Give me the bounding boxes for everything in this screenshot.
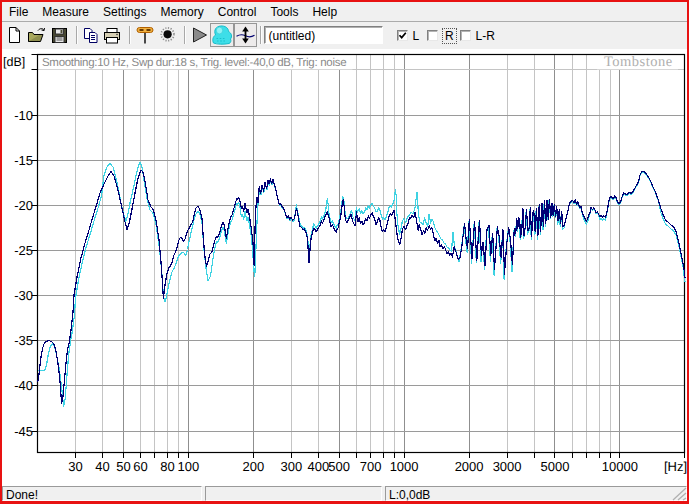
svg-text:Smoothing:10 Hz, Swp dur:18 s,: Smoothing:10 Hz, Swp dur:18 s, Trig. lev… (42, 57, 346, 69)
svg-text:400: 400 (307, 459, 329, 474)
svg-text:5000: 5000 (541, 459, 570, 474)
svg-text:-25: -25 (14, 243, 33, 258)
svg-text:60: 60 (133, 459, 147, 474)
svg-text:40: 40 (95, 459, 109, 474)
svg-text:80: 80 (160, 459, 174, 474)
svg-text:-35: -35 (14, 333, 33, 348)
svg-text:Tombstone: Tombstone (604, 54, 673, 70)
svg-text:-10: -10 (14, 108, 33, 123)
svg-text:2000: 2000 (455, 459, 484, 474)
svg-text:-15: -15 (14, 153, 33, 168)
svg-text:-30: -30 (14, 288, 33, 303)
svg-text:[Hz]: [Hz] (664, 459, 687, 474)
svg-text:500: 500 (328, 459, 350, 474)
svg-text:[dB]: [dB] (3, 55, 25, 69)
svg-text:-20: -20 (14, 198, 33, 213)
svg-text:3000: 3000 (493, 459, 522, 474)
svg-text:10000: 10000 (602, 459, 638, 474)
svg-text:200: 200 (242, 459, 264, 474)
svg-text:-45: -45 (14, 424, 33, 439)
svg-text:300: 300 (280, 459, 302, 474)
svg-text:700: 700 (360, 459, 382, 474)
svg-text:-40: -40 (14, 378, 33, 393)
svg-text:30: 30 (68, 459, 82, 474)
svg-text:50: 50 (116, 459, 130, 474)
svg-text:1000: 1000 (390, 459, 419, 474)
svg-text:100: 100 (177, 459, 199, 474)
